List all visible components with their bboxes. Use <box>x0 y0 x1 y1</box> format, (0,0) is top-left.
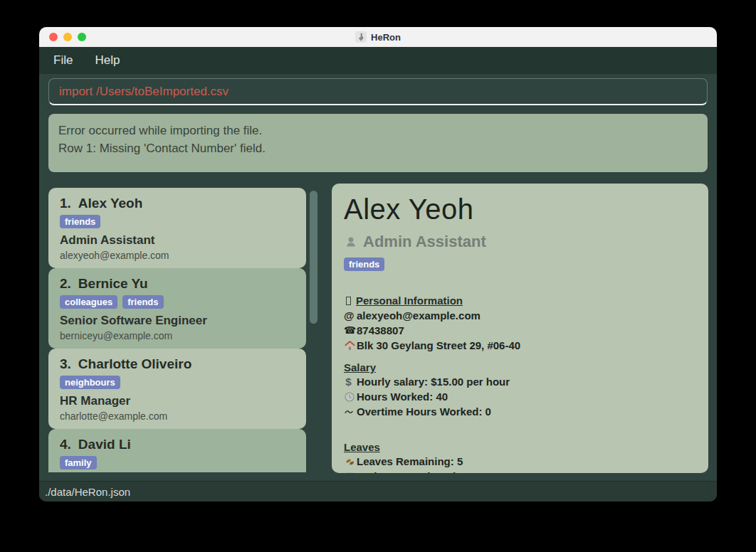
personal-info-heading-row: Personal Information <box>344 293 696 308</box>
window-title: HeRon <box>371 32 401 43</box>
at-icon: @ <box>344 308 353 323</box>
detail-phone-row: ☎ 87438807 <box>344 323 696 338</box>
hourly-salary-row: $ Hourly salary: $15.00 per hour <box>344 374 696 389</box>
tag: friends <box>60 215 100 228</box>
command-input[interactable] <box>48 78 708 105</box>
detail-email: alexyeoh@example.com <box>357 308 481 323</box>
person-card[interactable]: 1.Alex Yeoh friends Admin Assistant alex… <box>48 188 306 268</box>
personal-info-heading: Personal Information <box>356 293 463 308</box>
person-tags: family <box>60 456 295 470</box>
person-email: alexyeoh@example.com <box>60 250 295 261</box>
overtime-hours: Overtime Hours Worked: 0 <box>357 404 491 419</box>
detail-tags: friends <box>344 258 696 271</box>
result-line: Row 1: Missing 'Contact Number' field. <box>58 139 698 157</box>
person-card[interactable]: 3.Charlotte Oliveiro neighbours HR Manag… <box>48 349 306 429</box>
person-index: 3. <box>60 356 71 371</box>
wave-icon <box>344 409 353 415</box>
person-card[interactable]: 4.David Li family Assistant Sales Manage… <box>48 429 306 472</box>
hours-worked: Hours Worked: 40 <box>357 389 448 404</box>
result-display: Error occurred while importing the file.… <box>48 114 708 172</box>
person-name-line: 4.David Li <box>60 437 295 452</box>
list-scrollbar-track[interactable] <box>308 188 318 472</box>
calendar-icon <box>344 472 355 473</box>
person-card[interactable]: 2.Bernice Yu colleaguesfriends Senior So… <box>48 268 306 349</box>
detail-email-row: @ alexyeoh@example.com <box>344 308 696 323</box>
person-bust-icon <box>344 235 358 248</box>
document-tofu-icon <box>344 297 352 305</box>
window-title-wrap: HeRon <box>355 31 401 43</box>
detail-role-row: Admin Assistant <box>344 233 696 251</box>
result-line: Error occurred while importing the file. <box>58 122 698 139</box>
minimize-window-button[interactable] <box>63 33 72 41</box>
person-role: Admin Assistant <box>60 233 295 248</box>
house-icon <box>344 341 355 351</box>
detail-address-row: Blk 30 Geylang Street 29, #06-40 <box>344 338 696 353</box>
person-name: Alex Yeoh <box>78 196 142 211</box>
person-index: 1. <box>60 196 71 211</box>
person-tags: colleaguesfriends <box>60 295 295 309</box>
leaves-heading: Leaves <box>344 441 380 453</box>
leaves-section: Leaves Leaves Remaining: 5 <box>344 441 696 473</box>
detail-address: Blk 30 Geylang Street 29, #06-40 <box>357 338 520 353</box>
tag: friends <box>122 295 163 309</box>
leaves-remaining: Leaves Remaining: 5 <box>357 454 463 469</box>
leaves-remaining-row: Leaves Remaining: 5 <box>344 454 696 469</box>
menu-help[interactable]: Help <box>95 53 120 68</box>
dollar-icon: $ <box>344 374 353 389</box>
person-name: Bernice Yu <box>78 276 148 291</box>
person-list: 1.Alex Yeoh friends Admin Assistant alex… <box>48 188 306 472</box>
traffic-lights <box>49 33 86 41</box>
overtime-hours-row: Overtime Hours Worked: 0 <box>344 404 696 419</box>
person-name-line: 2.Bernice Yu <box>60 276 295 292</box>
personal-info-section: Personal Information @ alexyeoh@example.… <box>344 293 696 353</box>
person-tags: friends <box>60 215 295 229</box>
app-window: HeRon File Help Error occurred while imp… <box>39 27 717 501</box>
zoom-window-button[interactable] <box>78 33 86 41</box>
status-bar: ./data/HeRon.json <box>39 481 717 501</box>
list-scrollbar-thumb[interactable] <box>310 191 317 324</box>
hours-worked-row: Hours Worked: 40 <box>344 389 696 404</box>
menu-file[interactable]: File <box>53 53 73 68</box>
tag: friends <box>344 258 384 271</box>
detail-phone: 87438807 <box>357 323 404 338</box>
close-window-button[interactable] <box>49 33 58 41</box>
salary-heading: Salary <box>344 361 376 373</box>
person-email: charlotte@example.com <box>60 410 295 422</box>
clock-icon <box>344 392 355 402</box>
menu-bar: File Help <box>39 47 717 74</box>
detail-role: Admin Assistant <box>363 233 486 251</box>
save-location-status: ./data/HeRon.json <box>45 486 130 498</box>
person-tags: neighbours <box>60 376 295 390</box>
tag: family <box>60 456 97 469</box>
phone-icon: ☎ <box>344 323 353 338</box>
tag: neighbours <box>60 376 120 389</box>
person-name-line: 1.Alex Yeoh <box>60 196 295 211</box>
person-name: Charlotte Oliveiro <box>78 356 191 371</box>
person-index: 2. <box>60 276 71 291</box>
detail-name: Alex Yeoh <box>344 193 696 225</box>
leaves-assigned: No leaves assigned yet! <box>357 469 478 473</box>
person-index: 4. <box>60 437 71 452</box>
person-name-line: 3.Charlotte Oliveiro <box>60 356 295 372</box>
hourly-salary: Hourly salary: $15.00 per hour <box>357 374 510 389</box>
title-bar: HeRon <box>39 27 717 47</box>
fallen-leaves-icon <box>344 457 355 466</box>
person-email: berniceyu@example.com <box>60 330 295 341</box>
person-role: HR Manager <box>60 394 295 408</box>
heron-app-icon <box>355 31 367 43</box>
leaves-assigned-row: No leaves assigned yet! <box>344 469 696 473</box>
person-name: David Li <box>78 437 131 452</box>
salary-section: Salary $ Hourly salary: $15.00 per hour … <box>344 361 696 419</box>
tag: colleagues <box>60 295 117 309</box>
person-detail-panel: Alex Yeoh Admin Assistant friends Person… <box>332 184 708 473</box>
person-role: Senior Software Engineer <box>60 314 295 328</box>
